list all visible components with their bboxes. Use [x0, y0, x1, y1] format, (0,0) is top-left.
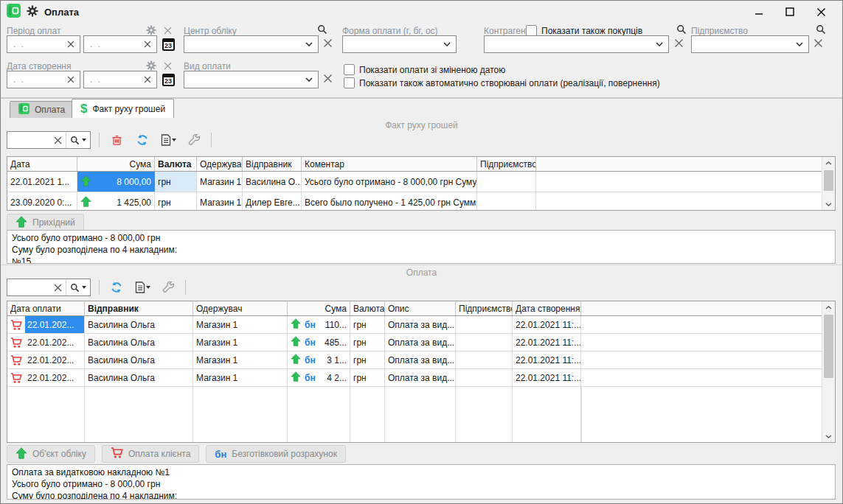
- tab-fakt-rukhu-groshei[interactable]: $ Факт руху грошей: [72, 99, 174, 118]
- report-button[interactable]: [159, 131, 177, 149]
- cell-enterprise[interactable]: [477, 172, 536, 192]
- payment-kind-select[interactable]: [184, 71, 319, 88]
- cell-receiver[interactable]: Магазин 1: [193, 369, 288, 386]
- table-row[interactable]: 22.01.2021 1... 8 000,00 грн Магазин 1 В…: [7, 172, 822, 192]
- table-row[interactable]: 22.01.202... Василина Ольга Магазин 1 бн…: [7, 369, 822, 387]
- cell-description[interactable]: Оплата за вид...: [385, 369, 456, 386]
- gear-icon[interactable]: [27, 5, 38, 19]
- search-icon[interactable]: [66, 279, 90, 295]
- scrollbar-thumb[interactable]: [824, 170, 833, 191]
- maximize-button[interactable]: [774, 1, 805, 23]
- counterparty-select[interactable]: [484, 35, 669, 53]
- close-button[interactable]: [805, 1, 836, 23]
- table-row[interactable]: 22.01.202... Василина Ольга Магазин 1 бн…: [7, 351, 822, 369]
- cell-sum-selected[interactable]: 8 000,00: [77, 172, 155, 192]
- cell-sender[interactable]: Василина Ольга: [85, 316, 193, 333]
- accounting-center-select[interactable]: [184, 35, 319, 53]
- scrollbar-thumb[interactable]: [824, 315, 833, 378]
- creation-date-settings-gear-icon[interactable]: [146, 60, 156, 71]
- column-header[interactable]: Відправник: [85, 301, 193, 315]
- search-clear-icon[interactable]: [50, 132, 66, 148]
- creation-date-to-input[interactable]: . .: [83, 71, 157, 88]
- report-button[interactable]: [133, 279, 151, 296]
- vertical-scrollbar[interactable]: [822, 301, 835, 442]
- cell-enterprise[interactable]: [456, 316, 513, 333]
- cell-created[interactable]: 22.01.2021 11:...: [513, 351, 581, 368]
- cell-comment[interactable]: Усього було отримано - 8 000,00 грн Суму…: [302, 172, 477, 192]
- cell-date[interactable]: 22.01.2021 1...: [7, 172, 77, 192]
- scroll-down-icon[interactable]: [822, 430, 835, 442]
- table-row[interactable]: 22.01.202... Василина Ольга Магазин 1 бн…: [7, 316, 822, 334]
- clear-icon[interactable]: [139, 41, 156, 48]
- cell-receiver[interactable]: Магазин 1: [197, 172, 243, 192]
- cell-sum[interactable]: бн 3 1...: [288, 351, 350, 368]
- cell-description[interactable]: Оплата за вид...: [385, 316, 456, 333]
- vertical-scrollbar[interactable]: [822, 157, 835, 210]
- cell-receiver[interactable]: Магазин 1: [193, 334, 288, 351]
- settings-wrench-icon[interactable]: [185, 131, 203, 149]
- enterprise-search-icon[interactable]: [816, 24, 826, 35]
- search-icon[interactable]: [66, 132, 90, 148]
- column-header[interactable]: Дата: [7, 157, 77, 171]
- column-header[interactable]: Дата створення: [513, 301, 581, 315]
- column-header[interactable]: Дата оплати: [7, 301, 85, 315]
- column-header[interactable]: Валюта: [350, 301, 385, 315]
- period-to-input[interactable]: . .: [83, 35, 157, 53]
- payment-kind-clear-icon[interactable]: [323, 74, 333, 83]
- cell-currency[interactable]: грн: [155, 172, 197, 192]
- payment-form-select[interactable]: [342, 35, 457, 53]
- creation-date-from-input[interactable]: . .: [7, 71, 80, 88]
- column-header[interactable]: Одержувач: [197, 157, 243, 171]
- cell-sender[interactable]: Василина О...: [243, 172, 302, 192]
- column-header[interactable]: Відправник: [243, 157, 302, 171]
- cell-receiver[interactable]: Магазин 1: [197, 192, 243, 210]
- cell-description[interactable]: Оплата за вид...: [385, 351, 456, 368]
- cell-sender[interactable]: Василина Ольга: [85, 334, 193, 351]
- cell-comment[interactable]: Всего было получено - 1 425,00 грн Сумма…: [302, 192, 477, 210]
- cell-enterprise[interactable]: [456, 369, 513, 386]
- period-from-input[interactable]: . .: [7, 35, 80, 53]
- cell-date[interactable]: 22.01.202...: [7, 369, 85, 386]
- clear-icon[interactable]: [139, 76, 156, 83]
- money-search-input[interactable]: [7, 131, 91, 149]
- cell-receiver[interactable]: Магазин 1: [193, 316, 288, 333]
- show-buyers-checkbox[interactable]: Показати також покупців: [526, 25, 642, 36]
- column-header[interactable]: Опис: [385, 301, 456, 315]
- cell-receiver[interactable]: Магазин 1: [193, 351, 288, 368]
- accounting-center-search-icon[interactable]: [317, 24, 327, 35]
- cell-date[interactable]: 22.01.202...: [7, 351, 85, 368]
- cell-currency[interactable]: грн: [350, 351, 385, 368]
- period-settings-gear-icon[interactable]: [146, 25, 156, 35]
- cell-currency[interactable]: грн: [155, 192, 197, 210]
- cell-currency[interactable]: грн: [350, 316, 385, 333]
- cell-created[interactable]: 22.01.2021 11:...: [513, 369, 581, 386]
- payments-search-input[interactable]: [7, 279, 91, 296]
- cell-sender[interactable]: Василина Ольга: [85, 369, 193, 386]
- cell-date[interactable]: 23.09.2020 0:...: [7, 192, 77, 210]
- settings-wrench-icon[interactable]: [159, 279, 177, 296]
- cell-sender[interactable]: Дилер Евге...: [243, 192, 302, 210]
- cell-sum[interactable]: 1 425,00: [77, 192, 155, 210]
- refresh-button[interactable]: [133, 131, 151, 149]
- cell-date-selected[interactable]: 22.01.202...: [7, 316, 85, 333]
- column-header[interactable]: Одержувач: [193, 301, 288, 315]
- cell-currency[interactable]: грн: [350, 334, 385, 351]
- counterparty-search-icon[interactable]: [676, 24, 687, 35]
- refresh-button[interactable]: [108, 279, 125, 296]
- enterprise-select[interactable]: [691, 35, 809, 53]
- cell-sum[interactable]: бн 485...: [288, 334, 350, 351]
- scroll-up-icon[interactable]: [822, 301, 835, 313]
- scroll-down-icon[interactable]: [822, 198, 835, 210]
- cell-created[interactable]: 22.01.2021 11:...: [513, 316, 581, 333]
- cell-sum[interactable]: бн 4 2...: [288, 369, 350, 386]
- show-changed-date-checkbox[interactable]: Показати оплати зі зміненою датою: [344, 64, 505, 75]
- column-header[interactable]: Підприємство: [477, 157, 536, 171]
- enterprise-clear-icon[interactable]: [813, 38, 823, 48]
- creation-date-calendar-icon[interactable]: 23: [160, 71, 176, 88]
- column-header[interactable]: Валюта: [155, 157, 197, 171]
- cell-currency[interactable]: грн: [350, 369, 385, 386]
- counterparty-clear-icon[interactable]: [674, 38, 684, 48]
- period-clear-icon[interactable]: [164, 27, 172, 35]
- table-row[interactable]: 23.09.2020 0:... 1 425,00 грн Магазин 1 …: [7, 192, 822, 210]
- cell-date[interactable]: 22.01.202...: [7, 334, 85, 351]
